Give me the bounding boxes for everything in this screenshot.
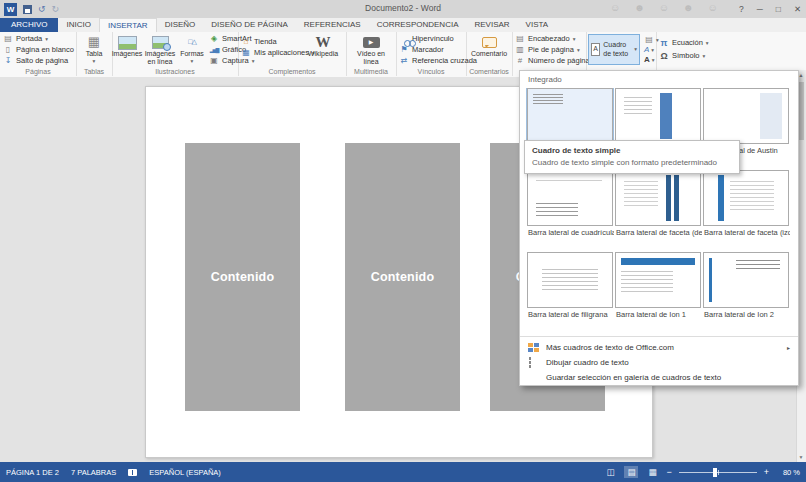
tab-correspondencia[interactable]: CORRESPONDENCIA	[369, 18, 467, 32]
dropdown-arrow-icon: ▾	[706, 40, 709, 46]
captura-button[interactable]: ▣ Captura ▾	[206, 55, 236, 66]
ecuacion-button[interactable]: π Ecuación ▾	[656, 36, 712, 49]
group-label-ilustraciones: Ilustraciones	[112, 68, 238, 75]
scroll-down-arrow[interactable]: ▼	[797, 452, 805, 462]
zoom-in-button[interactable]: +	[764, 467, 769, 477]
mis-aplicaciones-button[interactable]: ▦ Mis aplicaciones ▾	[238, 47, 302, 58]
textbox-dropdown-menu: Integrado Cuadro de texto simple Barra l…	[519, 70, 799, 386]
dropdown-arrow-icon: ▾	[703, 53, 706, 59]
pagina-en-blanco-button[interactable]: ▯ Página en blanco	[0, 44, 77, 55]
formas-button[interactable]: □△ Formas ▾	[178, 33, 206, 66]
ecuacion-label: Ecuación	[672, 38, 703, 47]
close-button[interactable]: ✕	[792, 4, 803, 14]
tab-diseno[interactable]: DISEÑO	[157, 18, 204, 32]
textbox-option-faceta-izquierda[interactable]: Barra lateral de faceta (izqu...	[702, 170, 790, 238]
textbox-thumbnail	[615, 88, 701, 144]
menu-footer: Más cuadros de texto de Office.com ▸ Dib…	[520, 336, 798, 387]
simbolo-button[interactable]: Ω Símbolo ▾	[656, 49, 712, 62]
video-en-linea-button[interactable]: ▶ Vídeo en línea	[350, 33, 392, 66]
portada-button[interactable]: ▤ Portada ▾	[0, 33, 77, 44]
imagenes-linea-label: Imágenes en línea	[142, 50, 178, 66]
imagenes-en-linea-button[interactable]: Imágenes en línea	[142, 33, 178, 66]
textbox-option-ion-1[interactable]: Barra lateral de Ion 1	[614, 252, 702, 320]
equation-icon: π	[659, 38, 669, 48]
minimize-button[interactable]: ─	[755, 4, 765, 14]
dropdown-arrow-icon: ▾	[634, 46, 637, 52]
textbox-thumbnail	[703, 170, 789, 226]
tab-revisar[interactable]: REVISAR	[466, 18, 517, 32]
status-bar: PÁGINA 1 DE 2 7 PALABRAS ESPAÑOL (ESPAÑA…	[0, 462, 806, 482]
cuadro-de-texto-button[interactable]: A Cuadro de texto ▾	[588, 34, 640, 65]
cover-page-icon: ▤	[3, 34, 13, 44]
quick-parts-icon: ▤	[644, 35, 654, 45]
textbox-option-filigrana[interactable]: Barra lateral de filigrana	[526, 252, 614, 320]
zoom-level[interactable]: 80 %	[776, 468, 800, 477]
imagenes-button[interactable]: Imágenes	[112, 33, 142, 66]
online-video-icon: ▶	[363, 35, 380, 50]
video-label: Vídeo en línea	[350, 50, 392, 66]
numero-label: Número de página	[528, 56, 590, 65]
tab-diseno-pagina[interactable]: DISEÑO DE PÁGINA	[203, 18, 295, 32]
office-gallery-icon	[528, 343, 540, 352]
title-bar: W ↺ ↻ Documento2 - Word ☺ ☻ ☺ ☻ ☺ ? ─ □ …	[0, 0, 806, 19]
ribbon-group-complementos: ⌂ Tienda ▦ Mis aplicaciones ▾ W Wikipedi…	[238, 32, 347, 76]
zoom-slider-thumb[interactable]	[713, 468, 717, 477]
language-indicator[interactable]: ESPAÑOL (ESPAÑA)	[149, 468, 221, 477]
textbox-option-ion-2[interactable]: Barra lateral de Ion 2	[702, 252, 790, 320]
tab-inicio[interactable]: INICIO	[58, 18, 98, 32]
content-placeholder-box[interactable]: Contenido	[185, 143, 300, 411]
tooltip-title: Cuadro de texto simple	[532, 146, 732, 155]
textbox-option-faceta-derecha[interactable]: Barra lateral de faceta (dere...	[614, 170, 702, 238]
screenshot-icon: ▣	[209, 56, 219, 66]
save-selection-icon	[528, 373, 540, 382]
textbox-gallery: Cuadro de texto simple Barra lateral de …	[520, 86, 798, 320]
tab-vista[interactable]: VISTA	[518, 18, 557, 32]
simbolo-label: Símbolo	[672, 51, 700, 60]
zoom-out-button[interactable]: −	[666, 467, 671, 477]
textbox-thumbnail	[703, 252, 789, 308]
salto-de-pagina-button[interactable]: ↧ Salto de página	[0, 55, 77, 66]
marcador-label: Marcador	[412, 45, 444, 54]
ribbon-group-multimedia: ▶ Vídeo en línea Multimedia	[346, 32, 397, 76]
menu-item-draw-textbox[interactable]: Dibujar cuadro de texto	[520, 355, 798, 370]
proofing-status-icon[interactable]	[128, 469, 137, 476]
grafico-button[interactable]: ▂▅▇ Gráfico	[206, 44, 236, 55]
read-mode-button[interactable]: ◫	[603, 466, 617, 478]
ribbon-group-paginas: ▤ Portada ▾ ▯ Página en blanco ↧ Salto d…	[0, 32, 77, 76]
table-icon: ▦	[88, 35, 100, 50]
group-label-comentarios: Comentarios	[466, 68, 512, 75]
tooltip-description: Cuadro de texto simple con formato prede…	[532, 158, 732, 168]
tooltip: Cuadro de texto simple Cuadro de texto s…	[524, 140, 740, 174]
menu-item-save-selection[interactable]: Guardar selección en galería de cuadros …	[520, 370, 798, 385]
cuadro-texto-label: Cuadro de texto	[603, 41, 631, 57]
dropdown-arrow-icon: ▾	[651, 47, 654, 53]
print-layout-button[interactable]: ▤	[624, 466, 638, 478]
maximize-button[interactable]: □	[774, 4, 783, 14]
content-placeholder-box[interactable]: Contenido	[345, 143, 460, 411]
page-indicator[interactable]: PÁGINA 1 DE 2	[6, 468, 59, 477]
help-button[interactable]: ?	[737, 4, 746, 14]
decorative-emoji-icon: ☺	[610, 2, 620, 13]
comment-icon	[482, 35, 497, 50]
encabezado-label: Encabezado	[528, 34, 570, 43]
comentario-button[interactable]: Comentario	[467, 33, 511, 66]
tab-archivo[interactable]: ARCHIVO	[0, 18, 58, 32]
dropdown-arrow-icon: ▾	[577, 47, 580, 53]
menu-item-more-textboxes[interactable]: Más cuadros de texto de Office.com ▸	[520, 340, 798, 355]
tab-referencias[interactable]: REFERENCIAS	[296, 18, 369, 32]
placeholder-text: Contenido	[211, 270, 275, 284]
tabla-button[interactable]: ▦ Tabla ▾	[77, 33, 111, 66]
online-pictures-icon	[152, 35, 169, 50]
zoom-slider[interactable]	[679, 472, 757, 473]
portada-label: Portada	[16, 34, 42, 43]
tienda-button[interactable]: ⌂ Tienda	[238, 36, 302, 47]
cross-reference-icon: ⇄	[399, 56, 409, 66]
group-label-multimedia: Multimedia	[346, 68, 396, 75]
wordart-icon: A	[644, 45, 649, 54]
smartart-button[interactable]: ◈ SmartArt	[206, 33, 236, 44]
web-layout-button[interactable]: ▦	[645, 466, 659, 478]
tab-insertar[interactable]: INSERTAR	[99, 18, 157, 32]
textbox-option-cuadricula[interactable]: Barra lateral de cuadrícula	[526, 170, 614, 238]
word-count[interactable]: 7 PALABRAS	[71, 468, 116, 477]
wikipedia-button[interactable]: W Wikipedia	[302, 33, 344, 66]
